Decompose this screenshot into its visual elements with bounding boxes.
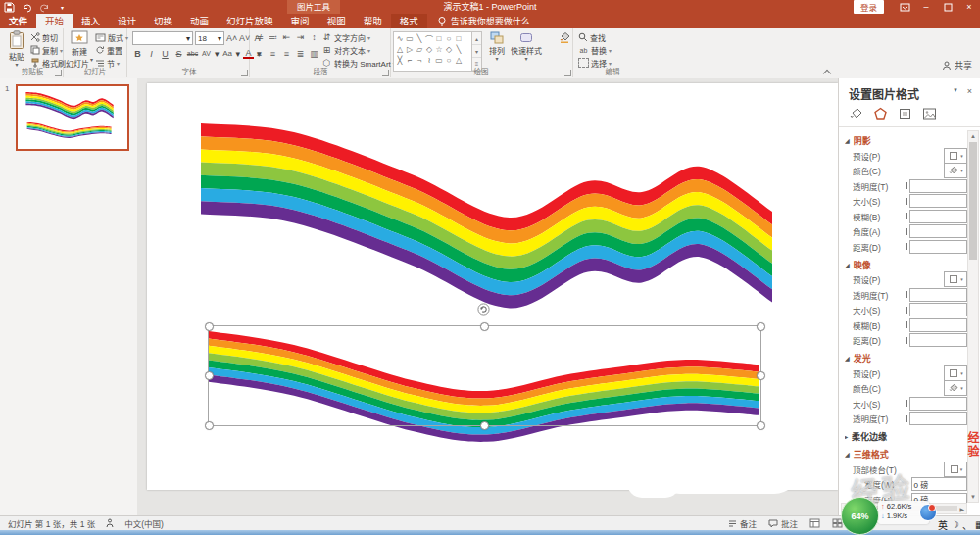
shape-glyph-2[interactable]: ╲ <box>415 33 424 44</box>
close-button[interactable]: × <box>958 0 980 14</box>
shape-glyph-12[interactable]: ◇ <box>444 44 454 55</box>
section-header-3d-format[interactable]: ◢三维格式 <box>845 447 967 462</box>
reflection-preset-button[interactable]: ▾ <box>944 271 967 287</box>
tab-help[interactable]: 帮助 <box>355 14 391 28</box>
shape-glyph-10[interactable]: ◇ <box>424 44 434 55</box>
glow-size-field[interactable] <box>909 397 967 411</box>
normal-view-icon[interactable] <box>809 518 820 528</box>
shape-glyph-14[interactable]: ╳ <box>395 55 405 66</box>
selection-handle-5[interactable] <box>205 421 214 430</box>
glow-color-button[interactable]: ▾ <box>944 380 967 396</box>
bullets-icon[interactable]: ≔ <box>254 31 265 42</box>
shape-glyph-4[interactable]: □ <box>434 33 444 44</box>
selection-handle-2[interactable] <box>757 322 765 331</box>
tab-file[interactable]: 文件 <box>0 14 36 28</box>
selection-handle-1[interactable] <box>480 322 489 331</box>
shape-glyph-13[interactable]: ╲ <box>454 44 464 55</box>
shape-glyph-15[interactable]: ⌐ <box>405 55 415 66</box>
new-slide-button[interactable]: 新建 幻灯片▾ <box>66 30 93 69</box>
comments-button[interactable]: 批注 <box>768 517 798 529</box>
shape-glyph-7[interactable]: △ <box>395 44 405 55</box>
shape-glyph-18[interactable]: ▭ <box>434 55 444 66</box>
tab-review[interactable]: 审阅 <box>282 14 318 28</box>
shadow-color-button[interactable]: ▾ <box>944 163 967 178</box>
align-left-icon[interactable]: ≡ <box>254 48 265 59</box>
reset-button[interactable]: 重置 <box>95 44 128 56</box>
shape-glyph-16[interactable]: ¬ <box>415 55 424 66</box>
align-center-icon[interactable]: ≡ <box>268 48 278 59</box>
minimize-button[interactable]: – <box>915 0 937 14</box>
3d-format-width-spinner[interactable]: 0 磅 <box>911 477 967 491</box>
glow-transparency-field[interactable] <box>909 412 967 425</box>
selection-handle-7[interactable] <box>757 421 765 430</box>
shadow-preset-button[interactable]: ▾ <box>944 148 967 164</box>
shape-glyph-0[interactable]: ∿ <box>395 33 405 44</box>
font-name-combo[interactable]: ▾ <box>132 31 193 45</box>
pane-close-icon[interactable]: × <box>967 86 972 96</box>
section-header-reflection[interactable]: ◢映像 <box>845 258 967 272</box>
ribbon-display-options-icon[interactable] <box>894 0 915 14</box>
font-size-combo[interactable]: 18▾ <box>195 31 224 45</box>
shape-glyph-3[interactable]: ⌒ <box>424 33 434 44</box>
section-header-glow[interactable]: ◢发光 <box>845 351 967 365</box>
change-case-button[interactable]: Aa <box>222 48 233 59</box>
tab-animations[interactable]: 动画 <box>181 14 218 28</box>
reflection-distance-field[interactable] <box>909 333 967 347</box>
numbering-icon[interactable]: ≕ <box>268 31 278 42</box>
fill-line-tab-icon[interactable] <box>849 107 863 121</box>
italic-button[interactable]: I <box>146 48 157 59</box>
reflection-transparency-field[interactable] <box>909 288 967 302</box>
line-spacing-icon[interactable]: ↕ <box>309 31 319 42</box>
text-direction-button[interactable]: ⇵文字方向▾ <box>321 31 396 43</box>
align-text-button[interactable]: ⊞对齐文本▾ <box>321 44 396 56</box>
shadow-blur-field[interactable] <box>909 210 967 223</box>
arrange-button[interactable]: 排列▾ <box>484 31 510 61</box>
picture-tab-icon[interactable] <box>922 107 937 121</box>
clipboard-dialog-launcher[interactable] <box>55 70 62 76</box>
shape-glyph-5[interactable]: ○ <box>444 33 454 44</box>
font-dialog-launcher[interactable] <box>241 70 248 76</box>
3d-format-top-bevel-dropdown[interactable]: ▾ <box>944 462 967 477</box>
pane-menu-icon[interactable]: ▾ <box>954 86 957 96</box>
quick-styles-button[interactable]: 快速样式▾ <box>510 31 543 61</box>
slide-canvas[interactable] <box>137 78 839 516</box>
shadow-transparency-field[interactable] <box>909 179 967 193</box>
share-button[interactable]: 共享 <box>942 59 972 72</box>
glow-preset-button[interactable]: ▾ <box>944 365 967 381</box>
shadow-text-button[interactable]: abc <box>187 48 198 59</box>
shape-glyph-1[interactable]: ▭ <box>405 33 415 44</box>
section-header-shadow[interactable]: ◢阴影 <box>845 133 967 148</box>
copy-button[interactable]: 复制▾ <box>30 44 66 56</box>
maximize-button[interactable] <box>937 0 958 14</box>
accessibility-icon[interactable] <box>105 518 115 528</box>
tell-me-box[interactable]: 告诉我你想要做什么 <box>427 14 530 28</box>
shadow-distance-field[interactable] <box>909 240 967 254</box>
shadow-angle-field[interactable] <box>909 224 967 238</box>
tab-insert[interactable]: 插入 <box>73 14 109 28</box>
slide-thumbnail[interactable] <box>16 84 129 151</box>
align-right-icon[interactable]: ≡ <box>281 48 292 59</box>
effects-tab-icon[interactable] <box>873 107 888 121</box>
selection-handle-6[interactable] <box>480 421 489 430</box>
decrease-font-icon[interactable]: A˅ <box>239 33 250 44</box>
shape-glyph-6[interactable]: □ <box>454 33 464 44</box>
sign-in-button[interactable]: 登录 <box>854 0 884 14</box>
underline-button[interactable]: U <box>160 48 171 59</box>
bold-button[interactable]: B <box>132 48 143 59</box>
tab-home[interactable]: 开始 <box>36 14 73 28</box>
replace-button[interactable]: ab替换▾ <box>578 44 612 56</box>
collapse-ribbon-icon[interactable] <box>824 69 831 75</box>
ime-language-icon[interactable]: 英 <box>938 517 948 532</box>
selection-handle-3[interactable] <box>205 371 214 380</box>
shape-glyph-19[interactable]: ○ <box>444 55 454 66</box>
layout-button[interactable]: 版式▾ <box>95 31 128 43</box>
shape-glyph-11[interactable]: ☆ <box>434 44 444 55</box>
browser-tray-icon[interactable] <box>919 504 937 521</box>
drawing-dialog-launcher[interactable] <box>564 70 571 76</box>
section-header-soft-edges[interactable]: ▸柔化边缘 <box>845 429 967 444</box>
reflection-size-field[interactable] <box>909 303 967 316</box>
speed-ball-overlay[interactable]: 64% <box>841 497 879 535</box>
shape-glyph-20[interactable]: △ <box>454 55 464 66</box>
shadow-size-field[interactable] <box>909 194 967 208</box>
rotate-handle[interactable] <box>477 303 490 316</box>
